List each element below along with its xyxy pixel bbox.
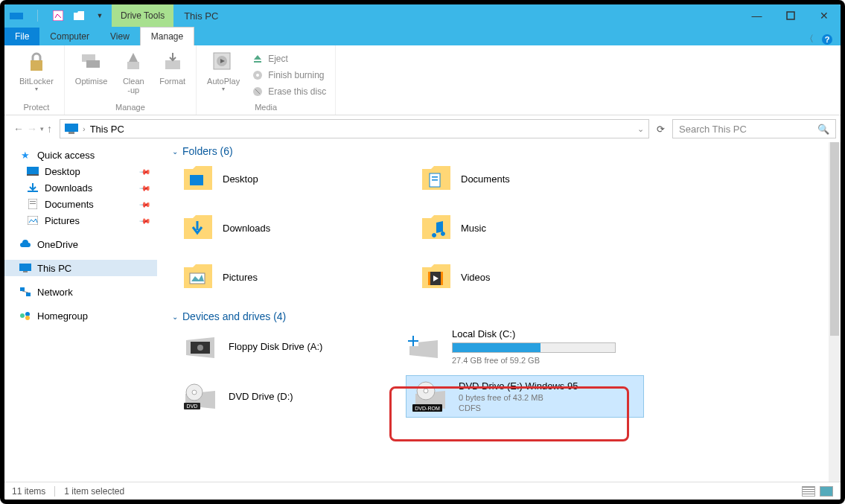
tab-file[interactable]: File [4,28,39,45]
svg-rect-19 [27,167,39,174]
pc-icon [19,262,31,274]
svg-rect-29 [26,293,31,296]
sidebar-item-downloads[interactable]: Downloads 📌 [4,179,157,196]
sidebar-network[interactable]: Network [4,284,157,300]
pc-icon [65,124,78,134]
network-label: Network [37,287,73,298]
breadcrumb-location[interactable]: This PC [90,124,124,135]
tab-view[interactable]: View [100,28,140,45]
chevron-down-icon: ⌄ [172,313,178,321]
drive-arrow-icon [161,50,185,74]
optimise-button[interactable]: Optimise [69,47,113,103]
new-folder-icon[interactable] [71,8,86,23]
svg-rect-17 [65,124,78,132]
up-button[interactable]: ↑ [47,123,52,135]
ribbon: BitLocker ▾ Protect Optimise Clean -up [4,45,841,115]
svg-rect-23 [30,201,36,202]
bitlocker-button[interactable]: BitLocker ▾ [13,47,60,103]
svg-text:?: ? [825,35,830,44]
finish-label: Finish burning [268,70,324,80]
svg-rect-20 [27,174,39,176]
drive-stack-icon [80,50,103,74]
forward-button[interactable]: → [27,123,37,135]
sidebar-homegroup[interactable]: Homegroup [4,307,157,324]
sidebar-onedrive[interactable]: OneDrive [4,236,157,252]
back-button[interactable]: ← [13,123,24,135]
large-icons-view-icon[interactable] [820,486,833,497]
eject-button[interactable]: Eject [247,51,331,66]
drives-section-header[interactable]: ⌄ Devices and drives (4) [172,307,841,328]
format-button[interactable]: Format [153,47,191,103]
drive-local-c[interactable]: Local Disk (C:) 27.4 GB free of 59.2 GB [406,328,644,365]
folder-pictures[interactable]: Pictures [182,261,421,293]
desktop-icon [27,165,39,177]
svg-rect-44 [408,336,412,340]
system-menu-icon[interactable] [9,8,24,23]
drive-floppy[interactable]: Floppy Disk Drive (A:) [182,328,406,365]
recent-locations-icon[interactable]: ▾ [40,125,44,133]
svg-rect-47 [414,342,418,346]
group-media-label: Media [255,103,277,113]
search-input[interactable]: Search This PC 🔍 [672,119,836,138]
address-bar[interactable]: › This PC ⌄ [60,119,649,138]
dvd-drive-icon: DVD-ROM [412,381,448,412]
network-icon [19,286,31,298]
item-count: 11 items [12,486,45,497]
folder-documents[interactable]: Documents [421,163,659,194]
cleanup-button[interactable]: Clean -up [115,47,152,103]
content-pane: ⌄ Folders (6) Desktop Documents Download… [157,142,841,482]
qat-dropdown-icon[interactable]: ▼ [92,8,107,23]
svg-rect-2 [53,10,63,21]
folders-section-header[interactable]: ⌄ Folders (6) [172,142,841,163]
optimise-label: Optimise [75,77,107,86]
desktop-label: Desktop [45,166,80,177]
pin-icon: 📌 [139,182,151,194]
ribbon-tab-strip: File Computer View Manage 〈 ? [4,27,841,45]
tab-computer[interactable]: Computer [39,28,100,45]
brush-icon [121,50,145,74]
status-divider [54,486,55,497]
disc-icon [252,69,264,81]
sidebar-item-documents[interactable]: Documents 📌 [4,196,157,212]
collapse-ribbon-icon[interactable]: 〈 [805,33,814,45]
breadcrumb-chevron-icon[interactable]: › [83,124,86,133]
tab-manage[interactable]: Manage [140,27,194,45]
sidebar-this-pc[interactable]: This PC [4,260,157,276]
address-history-icon[interactable]: ⌄ [637,124,644,134]
folder-desktop[interactable]: Desktop [182,163,421,194]
pin-icon: 📌 [139,198,151,210]
contextual-tab-label: Drive Tools [112,4,173,27]
format-label: Format [159,77,185,86]
details-view-icon[interactable] [802,486,815,497]
finish-burning-button[interactable]: Finish burning [247,68,331,83]
sidebar-item-desktop[interactable]: Desktop 📌 [4,163,157,179]
folder-icon [182,163,214,194]
quick-access-label: Quick access [37,150,95,161]
svg-text:DVD-ROM: DVD-ROM [415,406,440,411]
maximize-button[interactable] [774,4,807,27]
folder-videos[interactable]: Videos [421,261,659,293]
help-icon[interactable]: ? [821,34,833,45]
svg-rect-26 [19,264,31,271]
properties-icon[interactable] [51,8,66,23]
svg-rect-18 [68,132,74,134]
close-button[interactable]: ✕ [807,4,841,27]
minimize-button[interactable]: — [740,4,774,27]
lock-icon [25,50,48,74]
drive-dvd-d[interactable]: DVD DVD Drive (D:) [182,375,406,418]
selection-count: 1 item selected [64,486,124,497]
refresh-button[interactable]: ⟳ [652,124,669,135]
drive-label: Floppy Disk Drive (A:) [229,341,322,352]
pictures-label: Pictures [45,215,80,226]
erase-disc-button[interactable]: Erase this disc [247,84,331,99]
drive-dvd-e[interactable]: DVD-ROM DVD Drive (E:) Windows 95 0 byte… [406,375,644,418]
vertical-scrollbar[interactable] [829,142,841,482]
svg-rect-33 [190,175,203,185]
sidebar-quick-access[interactable]: ★ Quick access [4,147,157,163]
folder-music[interactable]: Music [421,212,659,243]
sidebar-item-pictures[interactable]: Pictures 📌 [4,212,157,229]
svg-point-30 [20,313,25,318]
svg-rect-21 [28,191,38,192]
autoplay-button[interactable]: AutoPlay ▾ [201,47,246,103]
folder-downloads[interactable]: Downloads [182,212,421,243]
